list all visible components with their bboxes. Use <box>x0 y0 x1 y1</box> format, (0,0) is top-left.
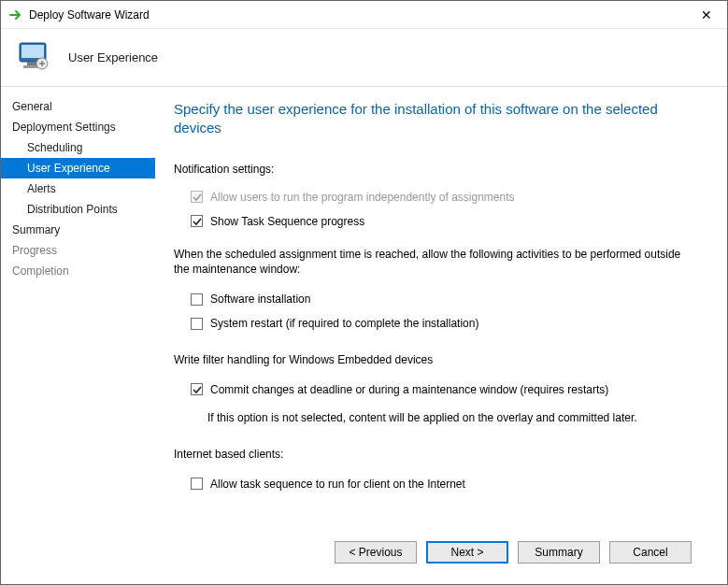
next-button[interactable]: Next > <box>426 541 508 564</box>
checkbox-row-allow-internet[interactable]: Allow task sequence to run for client on… <box>191 478 707 491</box>
checkbox-allow-internet[interactable] <box>191 478 203 490</box>
sidebar-item-scheduling[interactable]: Scheduling <box>1 137 155 158</box>
window-title: Deploy Software Wizard <box>29 8 685 21</box>
monitor-icon <box>14 37 55 78</box>
sidebar-item-user-experience[interactable]: User Experience <box>1 158 155 178</box>
cancel-button[interactable]: Cancel <box>609 541 692 564</box>
checkbox-row-software-installation[interactable]: Software installation <box>191 292 707 306</box>
check-icon <box>193 385 202 394</box>
sidebar-item-completion[interactable]: Completion <box>1 261 155 281</box>
close-icon: ✕ <box>701 8 712 21</box>
sidebar-item-alerts[interactable]: Alerts <box>1 178 155 199</box>
page-title: User Experience <box>68 50 158 64</box>
write-filter-label: Write filter handling for Windows Embedd… <box>174 352 697 368</box>
previous-button[interactable]: < Previous <box>335 541 417 564</box>
checkbox-label: System restart (if required to complete … <box>210 317 478 330</box>
checkbox-label: Software installation <box>210 292 310 306</box>
checkbox-system-restart[interactable] <box>191 318 203 330</box>
svg-rect-1 <box>21 45 44 58</box>
checkbox-commit-changes[interactable] <box>191 383 203 395</box>
main-content: Specify the user experience for the inst… <box>155 87 727 584</box>
checkbox-row-show-ts-progress[interactable]: Show Task Sequence progress <box>191 215 707 228</box>
app-arrow-icon <box>8 7 23 22</box>
checkbox-row-system-restart[interactable]: System restart (if required to complete … <box>191 317 707 330</box>
checkbox-row-commit-changes[interactable]: Commit changes at deadline or during a m… <box>191 383 707 396</box>
body: General Deployment Settings Scheduling U… <box>1 87 727 584</box>
internet-clients-label: Internet based clients: <box>174 447 697 463</box>
checkbox-label: Commit changes at deadline or during a m… <box>210 383 608 396</box>
check-icon <box>193 217 202 226</box>
sidebar-item-progress[interactable]: Progress <box>1 240 155 261</box>
sidebar-item-distribution-points[interactable]: Distribution Points <box>1 199 155 220</box>
notification-settings-label: Notification settings: <box>174 163 707 176</box>
maintenance-window-paragraph: When the scheduled assignment time is re… <box>174 247 697 278</box>
header-band: User Experience <box>1 29 727 87</box>
checkbox-label: Show Task Sequence progress <box>210 215 364 228</box>
checkbox-row-allow-independent: Allow users to run the program independe… <box>191 191 707 204</box>
checkbox-label: Allow users to run the program independe… <box>210 191 515 204</box>
check-icon <box>193 193 202 202</box>
checkbox-label: Allow task sequence to run for client on… <box>210 478 465 491</box>
checkbox-show-ts-progress[interactable] <box>191 215 203 227</box>
close-button[interactable]: ✕ <box>685 1 727 28</box>
page-heading: Specify the user experience for the inst… <box>174 100 707 138</box>
summary-button[interactable]: Summary <box>518 541 600 564</box>
commit-hint-text: If this option is not selected, content … <box>207 411 693 424</box>
sidebar-item-deployment-settings[interactable]: Deployment Settings <box>1 117 155 137</box>
sidebar-item-general[interactable]: General <box>1 96 155 117</box>
sidebar: General Deployment Settings Scheduling U… <box>1 87 155 584</box>
checkbox-software-installation[interactable] <box>191 293 203 306</box>
sidebar-item-summary[interactable]: Summary <box>1 220 155 240</box>
footer-buttons: < Previous Next > Summary Cancel <box>174 530 707 575</box>
titlebar: Deploy Software Wizard ✕ <box>1 1 727 29</box>
checkbox-allow-independent <box>191 191 203 203</box>
